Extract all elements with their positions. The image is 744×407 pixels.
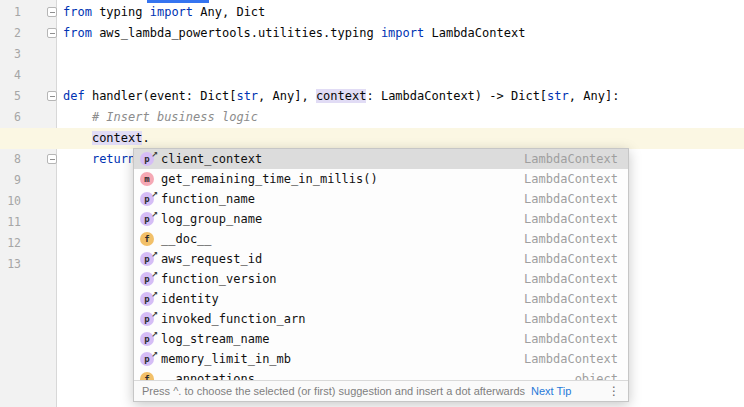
code-token: return [92, 152, 135, 166]
code-line-6[interactable]: # Insert business logic [63, 107, 258, 128]
property-arrow-icon: ↗ [151, 248, 158, 262]
completion-type: LambdaContext [524, 209, 618, 229]
completion-item[interactable]: p↗invoked_function_arnLambdaContext [134, 309, 628, 329]
ide-editor: { "editor": { "tab_indicator_color": "#3… [0, 0, 744, 407]
completion-type: LambdaContext [524, 149, 618, 169]
method-icon: m [140, 172, 154, 186]
code-line-7[interactable]: context. [63, 128, 150, 149]
code-token: from [63, 5, 92, 19]
property-icon: p↗ [140, 292, 154, 306]
code-line-1[interactable]: from typing import Any, Dict [63, 2, 265, 23]
code-line-8[interactable]: return [63, 149, 135, 170]
property-arrow-icon: ↗ [151, 208, 158, 222]
completion-label: log_stream_name [161, 329, 269, 349]
next-tip-link[interactable]: Next Tip [531, 381, 571, 401]
code-token: . [142, 131, 149, 145]
code-token: typing [92, 5, 150, 19]
completion-item[interactable]: f__doc__LambdaContext [134, 229, 628, 249]
completion-label: invoked_function_arn [161, 309, 306, 329]
fold-marker-icon[interactable] [47, 7, 57, 17]
completion-label: __doc__ [161, 229, 212, 249]
field-icon: f [140, 232, 154, 246]
field-icon: f [140, 372, 154, 380]
completion-label: aws_request_id [161, 249, 262, 269]
more-options-icon[interactable]: ⋮ [608, 381, 620, 401]
completion-type: LambdaContext [524, 229, 618, 249]
code-token [63, 152, 92, 166]
property-icon: p↗ [140, 252, 154, 266]
code-token: str [236, 89, 258, 103]
completion-label: get_remaining_time_in_millis() [161, 169, 378, 189]
completion-label: client_context [161, 149, 262, 169]
property-arrow-icon: ↗ [151, 188, 158, 202]
hint-text: Press ^. to choose the selected (or firs… [142, 381, 525, 401]
fold-marker-icon[interactable] [47, 154, 57, 164]
code-token: : LambdaContext) -> Dict[ [366, 89, 547, 103]
fold-marker-icon[interactable] [47, 91, 57, 101]
property-arrow-icon: ↗ [151, 288, 158, 302]
completion-item[interactable]: mget_remaining_time_in_millis()LambdaCon… [134, 169, 628, 189]
property-icon: p↗ [140, 152, 154, 166]
completion-item[interactable]: p↗log_stream_nameLambdaContext [134, 329, 628, 349]
property-arrow-icon: ↗ [151, 268, 158, 282]
fold-minus [50, 159, 55, 160]
property-arrow-icon: ↗ [151, 308, 158, 322]
fold-minus [50, 33, 55, 34]
code-token: aws_lambda_powertools.utilities.typing [92, 26, 381, 40]
code-token: , Any]: [569, 89, 620, 103]
completion-type: LambdaContext [524, 169, 618, 189]
completion-type: LambdaContext [524, 329, 618, 349]
property-icon: p↗ [140, 312, 154, 326]
completion-label: memory_limit_in_mb [161, 349, 291, 369]
completion-list: p↗client_contextLambdaContextmget_remain… [134, 149, 628, 380]
completion-type: LambdaContext [524, 189, 618, 209]
completion-item[interactable]: p↗function_nameLambdaContext [134, 189, 628, 209]
fold-minus [50, 12, 55, 13]
property-icon: p↗ [140, 192, 154, 206]
completion-type: LambdaContext [524, 269, 618, 289]
completion-type: LambdaContext [524, 289, 618, 309]
property-icon: p↗ [140, 332, 154, 346]
code-token [63, 131, 92, 145]
completion-item[interactable]: f__annotations__object [134, 369, 628, 380]
highlighted-identifier: context [316, 89, 367, 103]
completion-item[interactable]: p↗client_contextLambdaContext [134, 149, 628, 169]
active-tab-indicator [147, 0, 209, 3]
code-token: def [63, 89, 85, 103]
code-token: import [381, 26, 424, 40]
code-token: , Any], [258, 89, 316, 103]
completion-label: __annotations__ [161, 369, 269, 380]
completion-item[interactable]: p↗identityLambdaContext [134, 289, 628, 309]
completion-label: function_version [161, 269, 277, 289]
property-arrow-icon: ↗ [151, 348, 158, 362]
fold-marker-icon[interactable] [47, 28, 57, 38]
code-token: import [150, 5, 193, 19]
completion-item[interactable]: p↗aws_request_idLambdaContext [134, 249, 628, 269]
completion-hint-bar: Press ^. to choose the selected (or firs… [134, 380, 628, 401]
completion-label: identity [161, 289, 219, 309]
highlighted-identifier: context [92, 131, 143, 145]
code-token: handler(event: Dict[ [85, 89, 237, 103]
code-line-2[interactable]: from aws_lambda_powertools.utilities.typ… [63, 23, 525, 44]
code-token: Any, Dict [193, 5, 265, 19]
completion-type: LambdaContext [524, 309, 618, 329]
completion-label: log_group_name [161, 209, 262, 229]
code-line-5[interactable]: def handler(event: Dict[str, Any], conte… [63, 86, 619, 107]
code-token: str [547, 89, 569, 103]
property-arrow-icon: ↗ [151, 328, 158, 342]
completion-item[interactable]: p↗memory_limit_in_mbLambdaContext [134, 349, 628, 369]
completion-item[interactable]: p↗function_versionLambdaContext [134, 269, 628, 289]
completion-popup: p↗client_contextLambdaContextmget_remain… [133, 148, 629, 402]
fold-minus [50, 96, 55, 97]
completion-type: LambdaContext [524, 349, 618, 369]
code-token: LambdaContext [424, 26, 525, 40]
completion-type: object [575, 369, 618, 380]
completion-label: function_name [161, 189, 255, 209]
property-icon: p↗ [140, 212, 154, 226]
code-token: from [63, 26, 92, 40]
completion-item[interactable]: p↗log_group_nameLambdaContext [134, 209, 628, 229]
property-icon: p↗ [140, 272, 154, 286]
completion-type: LambdaContext [524, 249, 618, 269]
property-icon: p↗ [140, 352, 154, 366]
property-arrow-icon: ↗ [151, 149, 158, 162]
